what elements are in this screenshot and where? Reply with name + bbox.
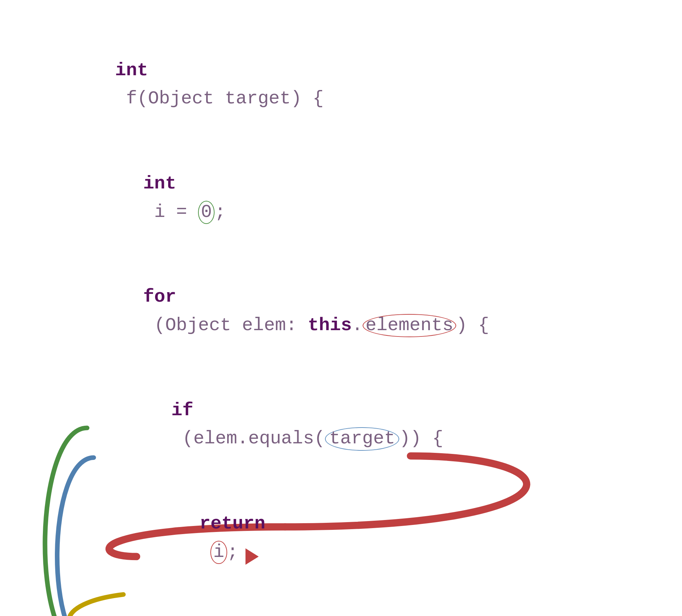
code-line-3: for (Object elem: this.elements) { [49,255,640,368]
plain-1: f(Object target) { [115,88,324,109]
code-line-6: } [49,595,640,616]
kw-int-2: int [143,173,176,194]
code-line-1: int f(Object target) { [49,28,640,141]
plain-4: (elem.equals( [171,428,325,449]
kw-return-1: return [199,513,265,534]
code-section: int f(Object target) { int i = 0; for (O… [21,14,661,616]
kw-if: if [171,400,193,421]
this-kw: this [308,315,352,336]
code-line-4: if (elem.equals(target)) { [49,368,640,481]
circle-zero: 0 [198,201,215,224]
main-container: int f(Object target) { int i = 0; for (O… [21,14,661,616]
kw-int-1: int [115,60,148,81]
code-line-5: return i; [49,482,640,595]
code-line-2: int i = 0; [49,141,640,255]
plain-2: i = [143,202,198,223]
circle-target: target [325,427,399,450]
kw-for: for [143,287,176,307]
circle-i-return: i [210,541,227,564]
plain-5 [199,542,210,563]
circle-elements: elements [363,314,456,337]
plain-3: (Object elem: [143,315,308,336]
